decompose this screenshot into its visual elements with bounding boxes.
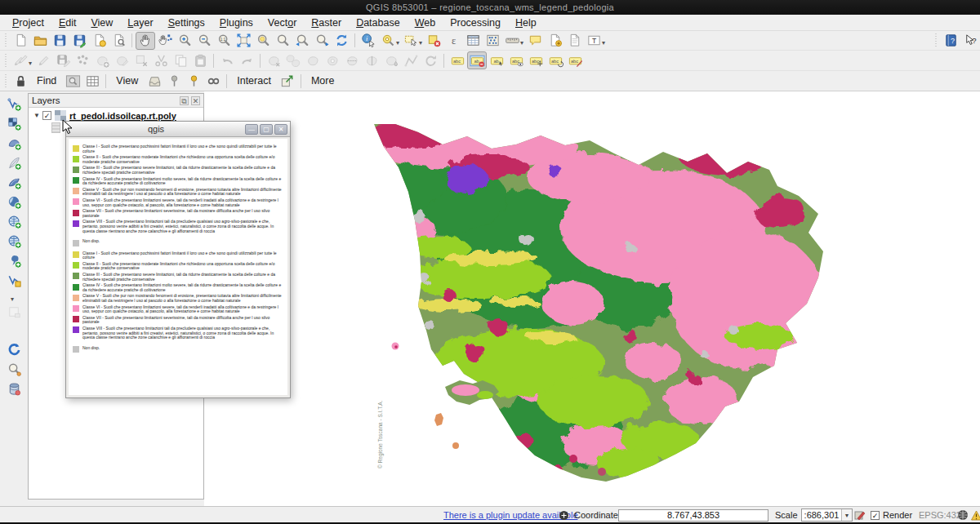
lock-icon[interactable] (11, 72, 30, 90)
coordinate-input[interactable] (618, 509, 768, 522)
whats-this-icon[interactable]: ? (960, 32, 980, 50)
map-tips-icon[interactable] (525, 32, 545, 50)
toolbar-drag-handle[interactable] (4, 74, 8, 88)
legend-dialog-titlebar[interactable]: qgis — ▢ ✕ (66, 122, 290, 137)
deselect-all-icon[interactable] (424, 32, 443, 50)
menu-vector[interactable]: Vector (261, 16, 304, 30)
pan-map-icon[interactable] (136, 32, 155, 50)
measure-icon[interactable] (502, 32, 522, 50)
rotate-label-icon[interactable]: abc (546, 51, 565, 69)
menu-processing[interactable]: Processing (443, 16, 508, 30)
crs-globe-icon[interactable] (957, 509, 969, 521)
plugin-update-link[interactable]: There is a plugin update available (443, 510, 578, 520)
zoom-to-layer-icon[interactable] (273, 32, 292, 50)
labeling-icon[interactable]: ab (467, 51, 487, 69)
menu-project[interactable]: Project (5, 16, 51, 30)
menu-database[interactable]: Database (349, 16, 408, 30)
layer-name[interactable]: rt_pedol.idsoilcap.rt.poly (69, 111, 176, 121)
new-project-icon[interactable] (11, 32, 30, 50)
add-mssql-layer-icon[interactable] (3, 173, 24, 192)
metasearch-icon[interactable] (3, 360, 24, 379)
select-by-expression-icon[interactable]: ε (443, 32, 463, 50)
new-print-composer-icon[interactable] (89, 32, 109, 50)
add-spatialite-layer-icon[interactable] (3, 193, 24, 211)
python-console-icon[interactable] (3, 340, 24, 359)
view-link-icon[interactable] (203, 72, 223, 90)
layer-labeling-options-icon[interactable]: abc (448, 51, 467, 69)
scale-combo[interactable]: :686,301 ▼ (801, 508, 853, 522)
add-wcs-layer-icon[interactable] (3, 232, 24, 251)
menu-plugins[interactable]: Plugins (212, 16, 261, 30)
map-canvas[interactable]: © Regione Toscana - S.I.T.A. (204, 91, 980, 506)
menu-edit[interactable]: Edit (51, 16, 84, 30)
add-wms-layer-icon[interactable] (3, 212, 24, 231)
new-virtual-layer-icon[interactable] (3, 271, 24, 290)
legend-swatch (73, 284, 79, 291)
menu-settings[interactable]: Settings (161, 16, 212, 30)
text-annotation-icon[interactable]: T (584, 32, 604, 50)
layer-expander-icon[interactable]: ▼ (33, 112, 42, 119)
legend-entry: Classe III - Suoli che presentano severe… (73, 166, 284, 175)
zoom-full-extent-icon[interactable] (234, 32, 253, 50)
add-raster-layer-icon[interactable] (3, 114, 24, 133)
save-project-as-icon[interactable] (69, 32, 89, 50)
view-pin-gray-icon[interactable] (164, 72, 184, 90)
menu-layer[interactable]: Layer (120, 16, 160, 30)
open-project-icon[interactable] (30, 32, 50, 50)
highlight-pinned-labels-icon[interactable]: abc (506, 51, 526, 69)
panel-close-icon[interactable]: ✕ (191, 96, 200, 105)
select-features-by-rectangle-icon[interactable] (401, 32, 421, 50)
add-delimited-text-layer-icon[interactable] (3, 153, 24, 172)
messages-warning-icon[interactable] (971, 510, 980, 521)
zoom-last-icon[interactable] (292, 32, 312, 50)
identify-features-icon[interactable]: i (359, 32, 378, 50)
menu-help[interactable]: Help (508, 16, 544, 30)
new-bookmark-icon[interactable] (545, 32, 564, 50)
select-features-icon[interactable] (378, 32, 398, 50)
change-label-icon[interactable]: abc (565, 51, 585, 69)
save-project-icon[interactable] (50, 32, 69, 50)
refresh-map-icon[interactable] (332, 32, 351, 50)
db-manager-icon[interactable] (3, 380, 24, 398)
field-calculator-icon[interactable] (483, 32, 502, 50)
find-search-icon[interactable] (63, 72, 82, 90)
add-postgis-layer-icon[interactable] (3, 134, 24, 153)
stop-render-icon[interactable] (854, 509, 866, 521)
zoom-native-resolution-icon[interactable]: 1:1 (214, 32, 234, 50)
pan-to-selection-icon[interactable] (155, 32, 175, 50)
plugin-icon[interactable] (559, 510, 569, 521)
add-wfs-layer-icon[interactable] (3, 251, 24, 270)
add-vector-layer-icon[interactable] (3, 95, 24, 113)
zoom-in-icon[interactable] (175, 32, 194, 50)
maximize-icon[interactable]: ▢ (260, 124, 273, 135)
composer-manager-icon[interactable] (109, 32, 128, 50)
toolbar-drag-handle[interactable] (934, 33, 938, 47)
toolbar-drag-handle[interactable] (4, 54, 8, 68)
show-bookmarks-icon[interactable] (564, 32, 584, 50)
zoom-next-icon[interactable] (312, 32, 332, 50)
minimize-icon[interactable]: — (245, 124, 258, 135)
pin-unpin-labels-icon[interactable]: ab (487, 51, 506, 69)
layer-visibility-checkbox[interactable]: ✓ (42, 111, 51, 120)
new-virtual-layer-dropdown-icon[interactable]: ▾ (11, 295, 14, 303)
panel-float-icon[interactable]: ⧉ (180, 96, 189, 105)
open-attribute-table-icon[interactable] (463, 32, 483, 50)
view-inbox-icon[interactable] (145, 72, 164, 90)
render-checkbox[interactable]: ✓ (871, 511, 880, 520)
legend-entry: Classe VII - Suoli che presentano limita… (73, 316, 284, 325)
save-layer-edits-icon (53, 51, 73, 69)
zoom-to-selection-icon[interactable] (253, 32, 273, 50)
menu-view[interactable]: View (83, 16, 120, 30)
chevron-down-icon[interactable]: ▼ (841, 509, 852, 521)
move-label-icon[interactable]: abc (526, 51, 546, 69)
view-pin-yellow-icon[interactable] (184, 72, 203, 90)
menu-raster[interactable]: Raster (304, 16, 349, 30)
legend-entry: Classe VI - Suoli che presentano limitaz… (73, 305, 284, 314)
toolbar-drag-handle[interactable] (4, 33, 8, 47)
menu-web[interactable]: Web (408, 16, 443, 30)
interact-export-icon[interactable] (278, 72, 297, 90)
close-icon[interactable]: ✕ (274, 124, 287, 135)
help-contents-icon[interactable]: ? (941, 32, 960, 50)
find-grid-icon[interactable] (82, 72, 102, 90)
zoom-out-icon[interactable] (194, 32, 214, 50)
